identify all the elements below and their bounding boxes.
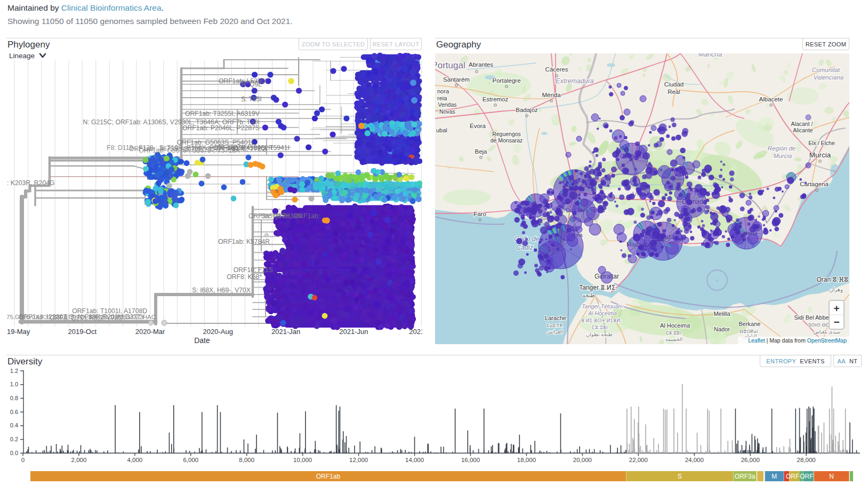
svg-text:ⵎⵣ:ⵓⴻⵏ.: ⵎⵣ:ⵓⴻⵏ. xyxy=(666,330,682,336)
svg-text:ORF8: K68*: ORF8: K68* xyxy=(227,273,262,281)
svg-text:Real: Real xyxy=(668,89,680,95)
svg-text:Évora: Évora xyxy=(470,123,486,129)
svg-text:Vendas: Vendas xyxy=(438,101,456,108)
svg-text:Elx / Elche: Elx / Elche xyxy=(808,140,835,146)
svg-text:de Monsaraz: de Monsaraz xyxy=(491,137,523,144)
svg-text:F8: D119-, F120-; S: T19R, E15: F8: D119-, F120-; S: T19R, E156X, F157-,… xyxy=(107,144,273,152)
svg-text:Albacete: Albacete xyxy=(759,96,783,102)
svg-text:0: 0 xyxy=(21,457,25,463)
svg-text:Badajoz: Badajoz xyxy=(516,107,538,113)
svg-text:20,000: 20,000 xyxy=(573,457,592,463)
svg-text:N: Q9L: N: Q9L xyxy=(241,81,262,88)
svg-text:Estremoz: Estremoz xyxy=(483,96,509,102)
svg-text:Comunitat: Comunitat xyxy=(812,67,840,73)
svg-text:ORF1ab: K5784R: ORF1ab: K5784R xyxy=(218,238,270,245)
svg-text:10,000: 10,000 xyxy=(293,457,312,463)
svg-text:Melilla: Melilla xyxy=(713,311,730,317)
svg-text:سيدي بلعباس: سيدي بلعباس xyxy=(814,329,841,335)
svg-text:طنجة: طنجة xyxy=(583,292,595,298)
svg-text:: K203R, R204G: : K203R, R204G xyxy=(7,179,54,187)
svg-text:Tanger-Tétouan-: Tanger-Tétouan- xyxy=(582,303,623,309)
svg-text:طنجة تطوان: طنجة تطوان xyxy=(586,331,612,337)
svg-text:4,000: 4,000 xyxy=(127,457,142,463)
svg-text:12,000: 12,000 xyxy=(349,457,368,463)
svg-text:2021-Jun: 2021-Jun xyxy=(339,328,368,336)
svg-text:Sidi Bel Abbe: Sidi Bel Abbe xyxy=(794,314,829,321)
svg-text:16,000: 16,000 xyxy=(461,457,480,463)
svg-text:S: S xyxy=(678,473,682,480)
svg-text:الحسيمة: الحسيمة xyxy=(665,337,682,342)
svg-text:Extremadura: Extremadura xyxy=(556,77,594,85)
svg-text:ⵎⴰⵓ.ⵢⴳ: ⵎⴰⵓ.ⵢⴳ xyxy=(546,323,562,328)
svg-text:ⵎⵣ:ⵓⴻⵏ.: ⵎⵣ:ⵓⴻⵏ. xyxy=(592,325,609,330)
svg-text:ubal: ubal xyxy=(436,127,447,133)
svg-text:+: + xyxy=(833,303,839,314)
svg-text:19-May: 19-May xyxy=(7,328,30,336)
svg-text:ORF3a: ORF3a xyxy=(735,473,756,480)
svg-text:ⴱⴻⵔⴽⴰⵏ: ⴱⴻⵔⴽⴰⵏ xyxy=(740,329,758,334)
svg-text:Abrantes: Abrantes xyxy=(469,61,493,68)
svg-text:2019-Oct: 2019-Oct xyxy=(68,328,97,336)
svg-text:Murcia: Murcia xyxy=(774,153,792,159)
svg-text:Oran ⵓ.ⴼⵓ: Oran ⵓ.ⴼⵓ xyxy=(816,276,848,283)
svg-text:0.4: 0.4 xyxy=(10,422,18,428)
svg-text:العرائش: العرائش xyxy=(546,329,562,335)
svg-text:2,000: 2,000 xyxy=(71,457,87,463)
svg-text:Alicante: Alicante xyxy=(793,127,813,133)
svg-text:Al Hoceima: Al Hoceima xyxy=(660,322,690,329)
svg-text:Al Hoceima: Al Hoceima xyxy=(588,310,617,316)
svg-text:0.2: 0.2 xyxy=(10,436,18,442)
svg-text:S857G 2639N: S857G 2639N xyxy=(261,212,302,220)
svg-text:وهران: وهران xyxy=(829,287,843,293)
svg-text:2020-Aug: 2020-Aug xyxy=(203,328,233,336)
svg-text:Larache: Larache xyxy=(545,315,566,321)
svg-text:Faro: Faro xyxy=(473,211,486,217)
svg-text:Tanger ⴻ.ⵍⵉ.: Tanger ⴻ.ⵍⵉ. xyxy=(579,284,617,291)
svg-text:18,000: 18,000 xyxy=(517,457,536,463)
svg-text:Cartagena: Cartagena xyxy=(800,181,829,187)
svg-text:Leaflet | Map data from OpenSt: Leaflet | Map data from OpenStreetMap xyxy=(748,337,847,344)
svg-text:ORF10: F11S: ORF10: F11S xyxy=(234,266,273,274)
svg-text:S: T95I: S: T95I xyxy=(241,96,262,103)
svg-text:Alacant /: Alacant / xyxy=(791,121,813,127)
svg-text:0.8: 0.8 xyxy=(10,395,18,401)
svg-text:Mérida: Mérida xyxy=(542,92,561,98)
svg-text:Date: Date xyxy=(194,336,210,345)
svg-text:1.0: 1.0 xyxy=(10,381,18,387)
svg-text:Región de: Región de xyxy=(768,145,795,152)
svg-text:14,000: 14,000 xyxy=(405,457,424,463)
svg-text:ORF1ab: T3255I, A6319V: ORF1ab: T3255I, A6319V xyxy=(185,110,260,117)
svg-text:Cáceres: Cáceres xyxy=(545,66,568,73)
svg-text:ORF1ab: P2046L, P2287S: ORF1ab: P2046L, P2287S xyxy=(182,124,260,132)
svg-text:Beja: Beja xyxy=(475,148,487,155)
svg-text:Nador: Nador xyxy=(714,326,730,332)
svg-text:N: N xyxy=(829,473,834,480)
svg-text:6,000: 6,000 xyxy=(183,457,198,463)
svg-text:2020-Mar: 2020-Mar xyxy=(135,328,165,336)
svg-text:ORF1ab: ORF1ab xyxy=(316,473,341,480)
svg-text:26,000: 26,000 xyxy=(741,457,760,463)
svg-text:75,G925/0X,F3172X,3T7/4Q),336: 75,G925/0X,F3172X,3T7/4Q),336 2B,1b70B5/… xyxy=(6,314,156,320)
svg-text:22,000: 22,000 xyxy=(629,457,648,463)
svg-text:Mancha: Mancha xyxy=(698,53,722,58)
svg-text:S: I68X, H69-, V70X: S: I68X, H69-, V70X xyxy=(192,287,251,294)
svg-text:ⴻ.ⵍⵉ-ⴻⵙⵜ.ⵍⵉⴻⵍ-: ⴻ.ⵍⵉ-ⴻⵙⵜ.ⵍⵉⴻⵍ- xyxy=(581,318,622,323)
svg-text:nora: nora xyxy=(437,88,449,94)
svg-text:0.0: 0.0 xyxy=(10,450,18,456)
svg-text:Portalegre: Portalegre xyxy=(492,77,520,84)
svg-text:Portugal: Portugal xyxy=(435,60,465,70)
svg-text:1.2: 1.2 xyxy=(10,368,18,374)
svg-text:Novas: Novas xyxy=(439,108,455,115)
svg-text:8,000: 8,000 xyxy=(239,457,254,463)
svg-text:Berkane: Berkane xyxy=(739,321,761,327)
svg-text:Murcia: Murcia xyxy=(809,151,831,159)
svg-text:M: M xyxy=(771,473,777,480)
svg-text:−: − xyxy=(833,316,839,328)
svg-text:Reguengos: Reguengos xyxy=(492,131,521,137)
svg-text:0.6: 0.6 xyxy=(10,409,18,415)
svg-text:2021-Jan: 2021-Jan xyxy=(271,328,300,336)
svg-text:2021-Nov: 2021-Nov xyxy=(409,328,422,336)
svg-text:Valenciana: Valenciana xyxy=(814,74,843,81)
svg-text:Ciudad: Ciudad xyxy=(664,81,684,88)
svg-text:reia: reia xyxy=(437,95,447,101)
